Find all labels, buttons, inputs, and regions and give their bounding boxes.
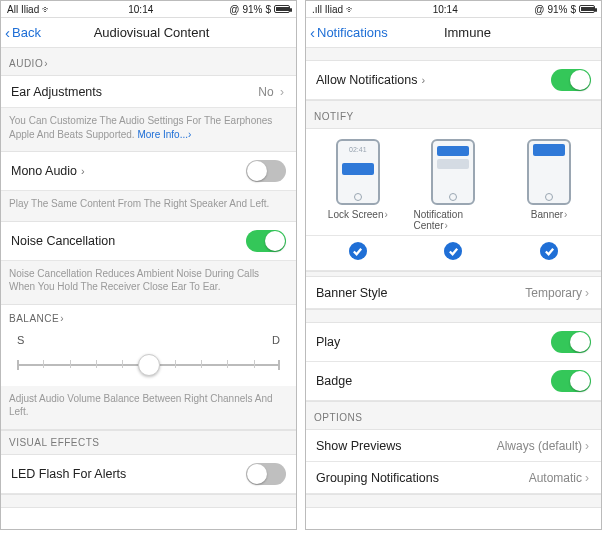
row-ear-adjustments[interactable]: Ear Adjustments No ›: [1, 76, 296, 108]
section-header-audio: AUDIO: [1, 47, 296, 76]
section-header-options: OPTIONS: [306, 401, 601, 430]
led-label: LED Flash For Alerts: [11, 467, 126, 481]
banner-style-value: Temporary: [525, 286, 582, 300]
gap: [306, 309, 601, 323]
section-header-balance: BALANCE: [1, 305, 296, 330]
row-badge[interactable]: Badge: [306, 362, 601, 401]
previews-label: Show Previews: [316, 439, 401, 453]
screen-audiovisual: All Iliad ᯤ 10:14 @91%$ ‹ Back Audiovisu…: [0, 0, 297, 530]
carrier-text: .ıll Iliad: [312, 4, 343, 15]
row-banner-style[interactable]: Banner Style Temporary›: [306, 277, 601, 309]
noise-label: Noise Cancellation: [11, 234, 115, 248]
mono-desc: Play The Same Content From The Right Spe…: [1, 191, 296, 222]
statusbar: All Iliad ᯤ 10:14 @91%$: [1, 1, 296, 17]
balance-desc: Adjust Audio Volume Balance Between Righ…: [1, 386, 296, 430]
chevron-left-icon: ‹: [5, 24, 10, 41]
battery-icon: [274, 5, 290, 13]
badge-label: Badge: [316, 374, 352, 388]
center-caption: Notification Center: [413, 209, 493, 231]
mono-label: Mono Audio: [11, 164, 85, 178]
bottom-gap: [306, 494, 601, 508]
statusbar: .ıll Iliad ᯤ 10:14 @91%$: [306, 1, 601, 17]
chevron-left-icon: ‹: [310, 24, 315, 41]
lock-caption: Lock Screen: [328, 209, 388, 220]
balance-right-label: D: [272, 334, 280, 346]
balance-left-label: S: [17, 334, 24, 346]
row-led-flash[interactable]: LED Flash For Alerts: [1, 455, 296, 494]
navbar: ‹ Back Audiovisual Content: [1, 17, 296, 47]
wifi-icon: ᯤ: [42, 4, 52, 15]
carrier-text: All Iliad: [7, 4, 39, 15]
notify-check-row: [306, 236, 601, 271]
battery-icon: [579, 5, 595, 13]
phone-center-icon: [431, 139, 475, 205]
section-header-notify: NOTIFY: [306, 100, 601, 129]
toggle-led[interactable]: [246, 463, 286, 485]
balance-slider-block: S D: [1, 330, 296, 386]
toggle-play[interactable]: [551, 331, 591, 353]
previews-value: Always (default): [497, 439, 582, 453]
wifi-icon: ᯤ: [346, 4, 356, 15]
section-header-visual: VISUAL EFFECTS: [1, 430, 296, 455]
ear-desc: You Can Customize The Audio Settings For…: [1, 108, 296, 152]
phone-lock-icon: 02:41: [336, 139, 380, 205]
grouping-label: Grouping Notifications: [316, 471, 439, 485]
toggle-badge[interactable]: [551, 370, 591, 392]
page-title: Immune: [338, 25, 597, 40]
check-center[interactable]: [444, 242, 462, 260]
phone-banner-icon: [527, 139, 571, 205]
notify-banner-col[interactable]: Banner: [509, 139, 589, 231]
screen-immune: .ıll Iliad ᯤ 10:14 @91%$ ‹ Notifications…: [305, 0, 602, 530]
chevron-right-icon: ›: [585, 471, 589, 485]
allow-label: Allow Notifications: [316, 73, 425, 87]
ear-label: Ear Adjustments: [11, 85, 102, 99]
row-play[interactable]: Play: [306, 323, 601, 362]
slider-thumb[interactable]: [138, 354, 160, 376]
check-banner[interactable]: [540, 242, 558, 260]
notify-panel: 02:41 Lock Screen Notification Center Ba…: [306, 129, 601, 236]
page-title: Audiovisual Content: [11, 25, 292, 40]
statusbar-time: 10:14: [52, 4, 229, 15]
grouping-value: Automatic: [529, 471, 582, 485]
statusbar-time: 10:14: [356, 4, 534, 15]
toggle-mono[interactable]: [246, 160, 286, 182]
chevron-right-icon: ›: [585, 286, 589, 300]
toggle-noise[interactable]: [246, 230, 286, 252]
row-noise-cancellation[interactable]: Noise Cancellation: [1, 222, 296, 261]
battery-text: 91%: [547, 4, 567, 15]
toggle-allow[interactable]: [551, 69, 591, 91]
notify-center-col[interactable]: Notification Center: [413, 139, 493, 231]
row-grouping[interactable]: Grouping Notifications Automatic›: [306, 462, 601, 494]
row-mono-audio[interactable]: Mono Audio: [1, 152, 296, 191]
chevron-right-icon: ›: [585, 439, 589, 453]
play-label: Play: [316, 335, 340, 349]
more-info-link[interactable]: More Info...›: [137, 129, 191, 140]
row-allow-notifications[interactable]: Allow Notifications: [306, 61, 601, 100]
chevron-right-icon: ›: [280, 85, 284, 99]
banner-style-label: Banner Style: [316, 286, 388, 300]
banner-caption: Banner: [531, 209, 568, 220]
row-show-previews[interactable]: Show Previews Always (default)›: [306, 430, 601, 462]
bottom-gap: [1, 494, 296, 508]
battery-text: 91%: [242, 4, 262, 15]
check-lock[interactable]: [349, 242, 367, 260]
notify-lock-col[interactable]: 02:41 Lock Screen: [318, 139, 398, 231]
noise-desc: Noise Cancellation Reduces Ambient Noise…: [1, 261, 296, 305]
gap: [306, 47, 601, 61]
navbar: ‹ Notifications Immune: [306, 17, 601, 47]
balance-slider[interactable]: [17, 352, 280, 378]
ear-value: No: [258, 85, 273, 99]
